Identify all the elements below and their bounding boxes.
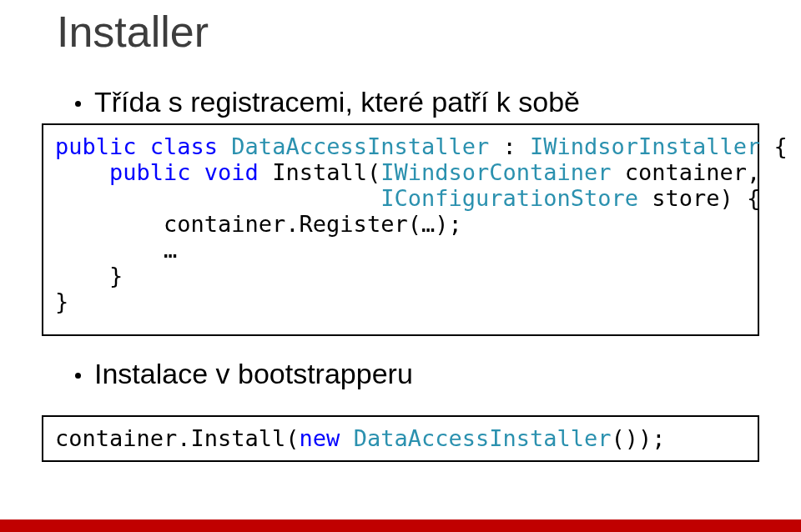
bullet-dot-icon bbox=[75, 101, 81, 107]
code-block-2: container.Install(new DataAccessInstalle… bbox=[42, 415, 759, 462]
code-text: store) { bbox=[638, 185, 760, 211]
code-line: public void Install(IWindsorContainer co… bbox=[55, 159, 746, 185]
accent-bar bbox=[0, 519, 801, 532]
code-text: } bbox=[55, 289, 68, 314]
code-text bbox=[55, 211, 164, 237]
bullet-row-1: Třída s registracemi, které patří k sobě bbox=[75, 86, 580, 118]
code-text bbox=[55, 185, 380, 211]
code-text bbox=[340, 425, 353, 451]
slide: Installer Třída s registracemi, které pa… bbox=[0, 0, 801, 532]
code-line: … bbox=[55, 237, 746, 263]
bullet-row-2: Instalace v bootstrapperu bbox=[75, 358, 413, 390]
code-text: : bbox=[489, 133, 530, 159]
type-name: IConfigurationStore bbox=[380, 185, 638, 211]
code-line: public class DataAccessInstaller : IWind… bbox=[55, 133, 746, 159]
code-text bbox=[55, 159, 109, 185]
code-text: } bbox=[55, 263, 123, 289]
code-line: } bbox=[55, 263, 746, 289]
type-name: DataAccessInstaller bbox=[231, 133, 489, 159]
keyword: new bbox=[300, 425, 340, 451]
bullet-text-1: Třída s registracemi, které patří k sobě bbox=[94, 86, 580, 118]
page-title: Installer bbox=[57, 7, 209, 57]
code-text: Install( bbox=[259, 159, 380, 185]
code-text: { bbox=[760, 133, 788, 159]
type-name: IWindsorInstaller bbox=[530, 133, 760, 159]
code-line: IConfigurationStore store) { bbox=[55, 185, 746, 211]
keyword: void bbox=[204, 159, 259, 185]
bullet-dot-icon bbox=[75, 373, 81, 379]
code-block-1: public class DataAccessInstaller : IWind… bbox=[42, 123, 759, 336]
code-text: container.Register(…); bbox=[164, 211, 462, 237]
type-name: DataAccessInstaller bbox=[354, 425, 612, 451]
code-line: container.Install(new DataAccessInstalle… bbox=[55, 425, 746, 451]
code-text: container.Install( bbox=[55, 425, 300, 451]
code-text: container, bbox=[612, 159, 761, 185]
bullet-text-2: Instalace v bootstrapperu bbox=[94, 358, 413, 390]
keyword: class bbox=[150, 133, 218, 159]
type-name: IWindsorContainer bbox=[380, 159, 611, 185]
code-text: ()); bbox=[612, 425, 666, 451]
keyword: public bbox=[55, 133, 137, 159]
keyword: public bbox=[109, 159, 191, 185]
code-text: … bbox=[55, 237, 177, 263]
code-line: } bbox=[55, 289, 746, 314]
code-line: container.Register(…); bbox=[55, 211, 746, 237]
